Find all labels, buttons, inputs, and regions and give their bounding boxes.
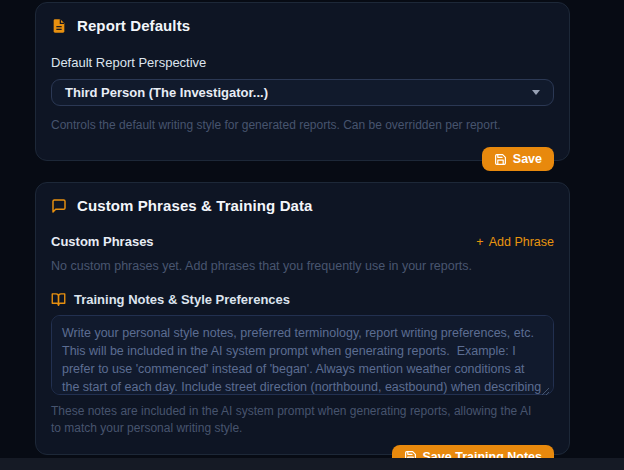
perspective-help-text: Controls the default writing style for g… [51,117,554,134]
add-phrase-label: Add Phrase [489,235,554,249]
training-notes-help-text: These notes are included in the AI syste… [51,403,539,438]
custom-phrases-label: Custom Phrases [51,234,154,249]
report-perspective-select[interactable]: Third Person (The Investigator...) [51,79,554,106]
resize-handle[interactable] [541,382,550,391]
message-square-icon [51,198,67,214]
save-icon [494,153,507,166]
book-open-icon [51,292,66,307]
custom-phrases-card: Custom Phrases & Training Data Custom Ph… [35,182,570,455]
report-defaults-title: Report Defaults [77,17,190,34]
custom-phrases-title: Custom Phrases & Training Data [77,197,313,214]
bottom-strip [0,458,624,470]
plus-icon: + [476,235,483,249]
training-notes-label: Training Notes & Style Preferences [74,292,290,307]
custom-phrases-row: Custom Phrases + Add Phrase [51,234,554,249]
custom-phrases-header: Custom Phrases & Training Data [51,197,554,214]
file-text-icon [51,18,67,34]
save-button[interactable]: Save [482,147,554,171]
report-defaults-card: Report Defaults Default Report Perspecti… [35,2,570,161]
add-phrase-button[interactable]: + Add Phrase [476,235,554,249]
training-notes-textarea[interactable] [51,315,554,395]
report-defaults-actions: Save [51,147,554,171]
training-notes-field [51,315,554,395]
report-perspective-value: Third Person (The Investigator...) [65,85,268,100]
chevron-down-icon [532,90,540,95]
report-defaults-header: Report Defaults [51,17,554,34]
phrases-empty-state: No custom phrases yet. Add phrases that … [51,259,554,273]
training-notes-label-row: Training Notes & Style Preferences [51,292,554,307]
save-button-label: Save [513,152,542,166]
perspective-label: Default Report Perspective [51,55,554,70]
